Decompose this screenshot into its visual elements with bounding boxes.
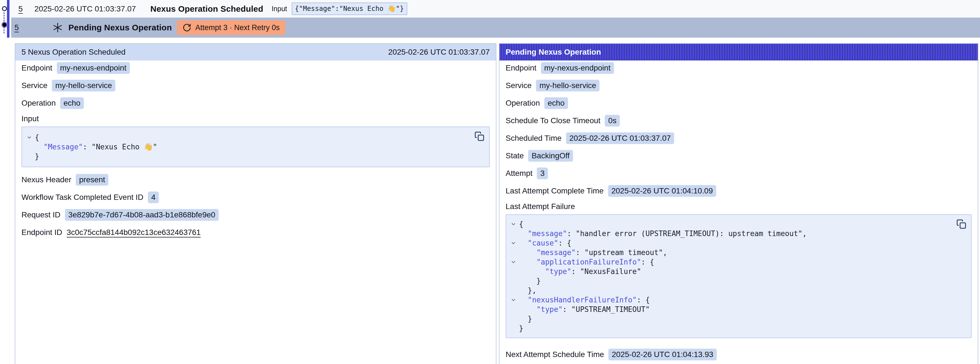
field-row-scheduled-time: Scheduled Time 2025-02-26 UTC 01:03:37.0… bbox=[506, 132, 972, 145]
json-line: "nexusHandlerFailureInfo": { bbox=[508, 295, 955, 305]
timeline-event-marker-icon bbox=[2, 6, 7, 11]
field-label: Operation bbox=[506, 99, 540, 108]
pending-title: Pending Nexus Operation bbox=[68, 23, 172, 32]
json-line: "type": "UPSTREAM_TIMEOUT" bbox=[508, 305, 955, 314]
field-value-badge: my-hello-service bbox=[536, 80, 600, 91]
field-row-next-attempt-schedule-time: Next Attempt Schedule Time 2025-02-26 UT… bbox=[506, 348, 972, 361]
field-label: Request ID bbox=[21, 211, 60, 219]
field-row-operation: Operation echo bbox=[506, 97, 972, 110]
pending-event-id-link[interactable]: 5 bbox=[14, 23, 19, 32]
json-key: "message" bbox=[528, 229, 567, 238]
copy-icon[interactable] bbox=[474, 131, 485, 142]
field-label: Service bbox=[21, 81, 47, 90]
field-value-badge: 3 bbox=[537, 168, 548, 179]
field-row-endpoint: Endpoint my-nexus-endpoint bbox=[21, 62, 490, 74]
json-line: "message": "upstream timeout", bbox=[508, 248, 955, 257]
event-detail-header-title: 5 Nexus Operation Scheduled bbox=[21, 48, 126, 57]
event-title: Nexus Operation Scheduled bbox=[150, 4, 263, 14]
attempt-retry-badge: Attempt 3 · Next Retry 0s bbox=[177, 20, 285, 35]
event-detail-header: 5 Nexus Operation Scheduled 2025-02-26 U… bbox=[15, 44, 496, 61]
event-detail-panel: 5 Nexus Operation Scheduled 2025-02-26 U… bbox=[15, 43, 496, 364]
field-row-service: Service my-hello-service bbox=[506, 79, 972, 92]
field-label: Attempt bbox=[506, 169, 532, 178]
field-row-nexus-header: Nexus Header present bbox=[21, 173, 490, 186]
field-value-badge: echo bbox=[544, 97, 568, 109]
field-label: Endpoint bbox=[506, 64, 536, 72]
json-line: } bbox=[508, 276, 955, 286]
field-label: Operation bbox=[21, 99, 56, 108]
event-id-link[interactable]: 5 bbox=[18, 5, 23, 13]
chevron-down-icon[interactable] bbox=[510, 259, 517, 265]
pending-operation-header: Pending Nexus Operation bbox=[500, 44, 978, 61]
json-line: { bbox=[508, 219, 955, 229]
event-detail-header-timestamp: 2025-02-26 UTC 01:03:37.07 bbox=[388, 48, 490, 57]
chevron-down-icon[interactable] bbox=[510, 221, 517, 227]
endpoint-id-link[interactable]: 3c0c75ccfa8144b092c13ce632463761 bbox=[67, 228, 200, 237]
input-section-label: Input bbox=[21, 114, 490, 123]
field-value-badge: my-hello-service bbox=[52, 80, 115, 91]
field-label: Last Attempt Complete Time bbox=[506, 187, 604, 195]
field-row-request-id: Request ID 3e829b7e-7d67-4b08-aad3-b1e86… bbox=[21, 209, 490, 221]
json-line: } bbox=[508, 314, 955, 324]
json-key: "Message" bbox=[43, 143, 83, 151]
failure-json-viewer: { "message": "handler error (UPSTREAM_TI… bbox=[506, 214, 972, 338]
json-line: } bbox=[24, 152, 473, 161]
json-key: "type" bbox=[545, 267, 571, 276]
json-key: "nexusHandlerFailureInfo" bbox=[528, 296, 636, 304]
json-key: "cause" bbox=[528, 239, 558, 247]
timeline-current-marker-icon bbox=[2, 22, 7, 27]
timeline-gutter bbox=[0, 0, 13, 364]
json-line: "Message": "Nexus Echo 👋" bbox=[24, 142, 473, 152]
field-label: Nexus Header bbox=[21, 175, 71, 184]
event-input-label: Input bbox=[272, 5, 287, 13]
json-line: }, bbox=[508, 286, 955, 295]
field-label: Workflow Task Completed Event ID bbox=[21, 193, 143, 202]
pending-operation-panel: Pending Nexus Operation Endpoint my-nexu… bbox=[499, 43, 978, 364]
event-row-nexus-operation-scheduled[interactable]: 5 2025-02-26 UTC 01:03:37.07 Nexus Opera… bbox=[11, 0, 980, 18]
chevron-down-icon[interactable] bbox=[510, 240, 517, 246]
field-row-schedule-to-close-timeout: Schedule To Close Timeout 0s bbox=[506, 114, 972, 127]
field-label: Service bbox=[506, 81, 531, 90]
event-timestamp: 2025-02-26 UTC 01:03:37.07 bbox=[35, 5, 136, 13]
json-line: "type": "NexusFailure" bbox=[508, 267, 955, 276]
retry-icon bbox=[183, 23, 191, 32]
field-value-badge: 4 bbox=[148, 192, 159, 203]
pending-nexus-operation-row[interactable]: 5 Pending Nexus Operation Attempt 3 · Ne… bbox=[11, 18, 980, 38]
field-value-badge: 0s bbox=[605, 115, 620, 126]
field-label: State bbox=[506, 151, 524, 160]
field-row-endpoint-id: Endpoint ID 3c0c75ccfa8144b092c13ce63246… bbox=[21, 226, 490, 239]
field-label: Endpoint bbox=[21, 64, 52, 72]
timeline-active-bar bbox=[7, 0, 10, 38]
field-value-badge: echo bbox=[60, 97, 84, 109]
field-row-last-attempt-complete-time: Last Attempt Complete Time 2025-02-26 UT… bbox=[506, 185, 972, 197]
field-row-endpoint: Endpoint my-nexus-endpoint bbox=[506, 62, 972, 74]
json-line: } bbox=[508, 324, 955, 333]
field-row-service: Service my-hello-service bbox=[21, 79, 490, 92]
field-label: Next Attempt Schedule Time bbox=[506, 350, 604, 359]
field-row-operation: Operation echo bbox=[21, 97, 490, 110]
field-row-attempt: Attempt 3 bbox=[506, 167, 972, 180]
field-value-badge: 2025-02-26 UTC 01:03:37.07 bbox=[566, 133, 674, 144]
json-key: "type" bbox=[536, 305, 563, 314]
copy-icon[interactable] bbox=[956, 219, 967, 229]
field-row-workflow-task-completed-event-id: Workflow Task Completed Event ID 4 bbox=[21, 191, 490, 204]
json-key: "applicationFailureInfo" bbox=[536, 258, 641, 266]
json-key: "message" bbox=[536, 248, 576, 257]
state-badge: BackingOff bbox=[528, 150, 573, 162]
field-label: Schedule To Close Timeout bbox=[506, 116, 600, 125]
field-value-badge: 3e829b7e-7d67-4b08-aad3-b1e868bfe9e0 bbox=[65, 209, 219, 221]
field-value-badge: my-nexus-endpoint bbox=[57, 62, 130, 74]
field-label: Endpoint ID bbox=[21, 228, 62, 237]
pending-operation-header-title: Pending Nexus Operation bbox=[506, 48, 601, 57]
input-json-viewer: { "Message": "Nexus Echo 👋" } bbox=[21, 126, 490, 167]
field-value-badge: 2025-02-26 UTC 01:04:10.09 bbox=[608, 185, 716, 197]
json-line: "cause": { bbox=[508, 238, 955, 248]
chevron-down-icon[interactable] bbox=[26, 134, 32, 140]
field-value-badge: present bbox=[76, 174, 108, 186]
last-attempt-failure-label: Last Attempt Failure bbox=[506, 202, 972, 211]
field-value-badge: my-nexus-endpoint bbox=[541, 62, 614, 74]
chevron-down-icon[interactable] bbox=[510, 297, 517, 303]
json-line: "applicationFailureInfo": { bbox=[508, 257, 955, 267]
attempt-badge-text: Attempt 3 · Next Retry 0s bbox=[195, 23, 280, 32]
event-input-preview-badge: {"Message":"Nexus Echo 👋"} bbox=[292, 3, 407, 15]
